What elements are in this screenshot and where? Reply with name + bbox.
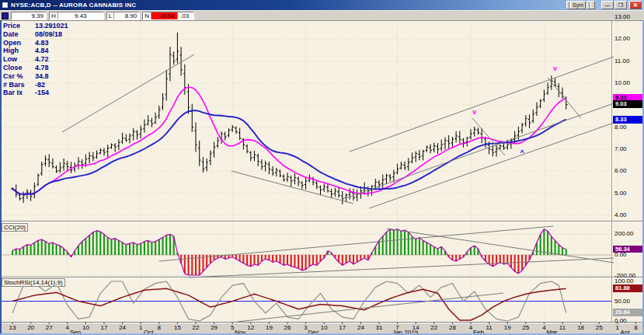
info-value: 4.84 — [35, 47, 49, 54]
chart-background — [0, 20, 644, 333]
x-tick-label: 28 — [445, 324, 459, 331]
info-label: Bar Ix — [3, 89, 35, 97]
chart-window: NYSE:ACB,D -- AURORA CANNABIS INC Sym — … — [0, 0, 644, 335]
low-field[interactable]: L8.90 — [106, 12, 140, 20]
x-tick-label: 15 — [170, 324, 184, 331]
buy-signal-marker: ^ — [520, 148, 524, 156]
price-tick-label: 13.00 — [614, 13, 642, 20]
sell-signal-marker: v — [472, 108, 476, 116]
x-tick-label: 22 — [189, 324, 203, 331]
x-tick-label: 13 — [5, 324, 19, 331]
info-row: Date08/09/18 — [3, 30, 68, 39]
info-label: Low — [3, 55, 35, 64]
x-tick-label: 31 — [372, 324, 386, 331]
info-label: Csr % — [3, 72, 35, 81]
cci-tick-label: 200.00 — [614, 230, 642, 237]
symbol-button[interactable]: Sym — [566, 1, 586, 9]
info-value: 13.291021 — [35, 22, 68, 30]
x-tick-label: 17 — [97, 324, 111, 331]
info-row: High4.84 — [3, 47, 68, 55]
x-tick-label: 26 — [280, 324, 294, 331]
minimize-button[interactable]: — — [601, 1, 614, 9]
titlebar[interactable]: NYSE:ACB,D -- AURORA CANNABIS INC Sym — … — [0, 0, 644, 10]
price-chip: 9.03 — [613, 100, 642, 108]
info-row: Open4.83 — [3, 39, 68, 47]
info-label: Price — [3, 22, 35, 30]
info-row: Close4.78 — [3, 64, 68, 72]
price-tick-label: 6.00 — [614, 167, 642, 174]
info-label: Open — [3, 39, 35, 47]
x-tick-label: 18 — [574, 324, 588, 331]
info-row: Low4.72 — [3, 55, 68, 64]
info-value: 08/09/18 — [35, 30, 62, 38]
price-chip: 8.33 — [613, 116, 642, 124]
info-label: # Bars — [3, 81, 35, 89]
info-row: Bar Ix-154 — [3, 89, 68, 97]
window-title: NYSE:ACB,D -- AURORA CANNABIS INC — [11, 2, 136, 9]
grip-icon — [589, 2, 591, 8]
stochrsi-pane-label: StochRSI(14,14(1),9) — [2, 278, 65, 287]
grip-icon — [569, 2, 571, 8]
stoch-tick-label: 50.00 — [614, 298, 642, 305]
info-row: Csr %34.8 — [3, 72, 68, 81]
last-price-field[interactable]: 9.39 — [11, 12, 47, 20]
info-panel: Price13.291021Date08/09/18Open4.83High4.… — [3, 22, 68, 97]
x-tick-label: 17 — [336, 324, 350, 331]
last-price-value: 9.39 — [12, 12, 46, 19]
window-icon — [2, 2, 9, 9]
cci-pane-label: CCI(20) — [2, 223, 28, 232]
chart-area[interactable]: vv^ Price13.291021Date08/09/18Open4.83Hi… — [0, 20, 644, 333]
chart-canvas: vv^ — [0, 20, 644, 333]
price-tick-label: 4.00 — [614, 211, 642, 218]
info-label: Close — [3, 64, 35, 72]
x-tick-label: 29 — [207, 324, 221, 331]
close-button[interactable]: ✕ — [629, 1, 642, 9]
x-tick-label: 25 — [592, 324, 606, 331]
price-tick-label: 8.00 — [614, 124, 642, 131]
net-label: N — [143, 12, 151, 19]
info-value: 34.8 — [35, 72, 49, 80]
high-label: H — [50, 12, 58, 19]
info-label: Date — [3, 30, 35, 39]
x-tick-label: 20 — [24, 324, 38, 331]
x-tick-label: 24 — [116, 324, 130, 331]
x-tick-label: 27 — [42, 324, 56, 331]
info-value: -82 — [35, 81, 45, 89]
stoch-chip: 20.64 — [613, 309, 642, 316]
sell-signal-marker: v — [553, 65, 557, 72]
price-tick-label: 12.00 — [614, 35, 642, 42]
net-change-value: -0.54 — [151, 12, 177, 19]
quote-bar: 9.39 H9.43 L8.90 N-0.54.03 — [0, 10, 644, 20]
price-tick-label: 5.00 — [614, 190, 642, 197]
x-tick-label: 25 — [519, 324, 533, 331]
low-label: L — [107, 12, 114, 19]
x-tick-label: 19 — [262, 324, 276, 331]
stoch-chip: 81.88 — [613, 284, 642, 292]
info-value: 4.83 — [35, 39, 49, 47]
maximize-button[interactable]: ❐ — [614, 1, 627, 9]
info-value: -154 — [35, 89, 49, 96]
toolbar-button[interactable] — [587, 1, 595, 9]
x-tick-label: 19 — [500, 324, 514, 331]
price-tick-label: 7.00 — [614, 145, 642, 152]
x-tick-label: 22 — [427, 324, 441, 331]
high-value: 9.43 — [58, 12, 103, 19]
cci-chip: 56.34 — [613, 246, 642, 253]
info-row: # Bars-82 — [3, 81, 68, 89]
net-change-field[interactable]: N-0.54.03 — [142, 12, 194, 20]
price-tick-label: 10.00 — [614, 79, 642, 86]
stoch-tick-label: 100.00 — [614, 277, 642, 284]
net-change-percent: .03 — [177, 12, 193, 19]
low-value: 8.90 — [114, 12, 139, 19]
info-label: High — [3, 47, 35, 55]
x-tick-label: 24 — [353, 324, 367, 331]
stoch-tick-label: 0.00 — [614, 317, 642, 324]
info-value: 4.72 — [35, 55, 49, 63]
info-row: Price13.291021 — [3, 22, 68, 30]
high-field[interactable]: H9.43 — [49, 12, 104, 20]
symbol-link-box[interactable] — [2, 12, 9, 19]
symbol-button-label: Sym — [573, 2, 583, 8]
price-tick-label: 11.00 — [614, 58, 642, 65]
info-value: 4.78 — [35, 64, 49, 72]
